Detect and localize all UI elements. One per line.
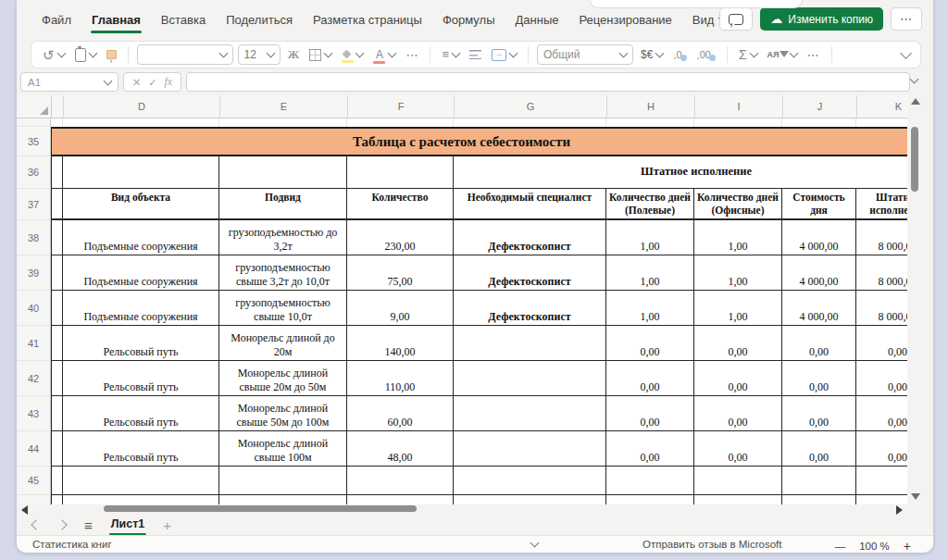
header-cell[interactable]: Вид объекта: [63, 189, 219, 220]
tab-share[interactable]: Поделиться: [216, 1, 303, 38]
table-title-cell[interactable]: Таблица с расчетом себестоимости: [51, 127, 907, 156]
fill-color-button[interactable]: [339, 44, 366, 66]
cell[interactable]: [347, 467, 454, 495]
cell[interactable]: 1,00: [694, 291, 782, 326]
column-letter[interactable]: K: [857, 95, 907, 118]
cell[interactable]: [51, 495, 63, 504]
cell[interactable]: грузоподъемностью свыше 3,2т до 10,0т: [219, 255, 347, 291]
cell[interactable]: 4 000,00: [782, 220, 856, 255]
cell[interactable]: 1,00: [694, 255, 782, 291]
cell[interactable]: Монорельс длиной свыше 100м: [219, 431, 347, 467]
toolbar-more-button[interactable]: ⋯: [805, 44, 823, 66]
cell[interactable]: 60,00: [347, 396, 454, 431]
cell[interactable]: [347, 118, 454, 127]
cell[interactable]: 4 000,00: [782, 255, 856, 291]
cell[interactable]: 0,00: [856, 396, 907, 431]
cell[interactable]: [347, 156, 454, 189]
confirm-entry-button[interactable]: ✓: [148, 76, 157, 89]
cell[interactable]: [51, 189, 63, 220]
merge-cells-button[interactable]: ↔: [489, 44, 519, 66]
wrap-text-button[interactable]: [467, 44, 484, 66]
header-cell[interactable]: Количество дней (Полевые): [606, 189, 694, 220]
comments-button[interactable]: [719, 7, 753, 31]
header-cell[interactable]: Количество: [347, 189, 454, 220]
formula-input[interactable]: [186, 72, 910, 92]
cell[interactable]: [606, 495, 694, 504]
column-letter[interactable]: J: [783, 95, 857, 118]
cell[interactable]: 0,00: [606, 361, 694, 396]
sheet-tab-active[interactable]: Лист1: [109, 515, 146, 535]
row-number[interactable]: 42: [17, 361, 51, 396]
autosum-button[interactable]: Σ: [736, 44, 760, 66]
currency-format-button[interactable]: $€: [638, 44, 666, 66]
cell[interactable]: 230,00: [347, 220, 454, 255]
scroll-down-arrow[interactable]: [911, 493, 920, 500]
cell[interactable]: 0,00: [694, 431, 782, 467]
number-format-combo[interactable]: Общий: [537, 44, 633, 65]
prev-sheet-button[interactable]: [31, 519, 41, 529]
column-letter[interactable]: H: [607, 95, 695, 118]
collapse-ribbon-button[interactable]: [899, 44, 912, 66]
column-letter[interactable]: [52, 95, 64, 118]
row-number[interactable]: [17, 118, 51, 127]
cell[interactable]: [782, 467, 856, 495]
select-all-corner[interactable]: [17, 95, 52, 118]
column-letter[interactable]: F: [348, 95, 455, 118]
scroll-left-arrow[interactable]: [21, 505, 28, 515]
cell[interactable]: [51, 118, 63, 127]
more-options-button[interactable]: ⋯: [891, 7, 922, 31]
status-chevron-icon[interactable]: [530, 539, 540, 548]
header-cell[interactable]: Стоимость дня: [782, 189, 856, 220]
cell[interactable]: [51, 255, 63, 291]
cell[interactable]: Монорельс длиной до 20м: [219, 326, 347, 361]
undo-button[interactable]: ↺: [40, 44, 68, 66]
bold-button[interactable]: Ж: [285, 44, 303, 66]
cell[interactable]: Подъемные сооружения: [63, 291, 219, 326]
cell[interactable]: [856, 467, 907, 495]
column-letter[interactable]: I: [695, 95, 783, 118]
cell[interactable]: грузоподъемностью до 3,2т: [219, 220, 347, 255]
tab-data[interactable]: Данные: [505, 1, 568, 38]
tab-page-layout[interactable]: Разметка страницы: [303, 1, 432, 38]
sheet-list-icon[interactable]: ≡: [84, 517, 93, 533]
cell[interactable]: [856, 118, 907, 127]
cell[interactable]: 0,00: [856, 326, 907, 361]
cell[interactable]: [63, 467, 219, 495]
cell[interactable]: Монорельс длиной свыше 20м до 50м: [219, 361, 347, 396]
cell[interactable]: 9,00: [347, 291, 454, 326]
format-painter-button[interactable]: [104, 44, 119, 66]
cell[interactable]: 1,00: [694, 220, 782, 255]
insert-function-button[interactable]: fx: [164, 75, 172, 89]
row-number[interactable]: 36: [17, 156, 51, 189]
cell[interactable]: Рельсовый путь: [63, 361, 219, 396]
tab-insert[interactable]: Вставка: [151, 1, 216, 38]
cell[interactable]: [606, 467, 694, 495]
cell[interactable]: [51, 291, 63, 326]
cell[interactable]: [219, 118, 347, 127]
cell[interactable]: [51, 361, 63, 396]
cell[interactable]: Рельсовый путь: [63, 431, 219, 467]
zoom-out-button[interactable]: —: [835, 541, 846, 552]
cell[interactable]: [694, 467, 782, 495]
cell[interactable]: [51, 396, 63, 431]
horizontal-scroll-thumb[interactable]: [104, 505, 417, 512]
zoom-level[interactable]: 100 %: [859, 541, 890, 552]
vertical-scrollbar[interactable]: [908, 95, 922, 504]
cell[interactable]: [782, 118, 856, 127]
cell[interactable]: Рельсовый путь: [63, 326, 219, 361]
cell[interactable]: [694, 495, 782, 504]
cell[interactable]: 8 000,00: [856, 291, 907, 326]
cell[interactable]: [219, 495, 347, 504]
group-header-cell[interactable]: Штатное исполнение: [454, 156, 907, 189]
row-number[interactable]: 38: [17, 220, 51, 255]
cell[interactable]: [694, 118, 782, 127]
workbook-statistics-button[interactable]: Статистика книг: [32, 539, 112, 550]
cell[interactable]: Монорельс длиной свыше 50м до 100м: [219, 396, 347, 431]
row-number[interactable]: 41: [17, 326, 51, 361]
header-cell[interactable]: Количество дней (Офисные): [694, 189, 782, 220]
cell[interactable]: 0,00: [606, 326, 694, 361]
cell[interactable]: 0,00: [856, 361, 907, 396]
cell[interactable]: [454, 467, 606, 495]
cell[interactable]: [606, 118, 694, 127]
column-letter[interactable]: E: [220, 95, 348, 118]
